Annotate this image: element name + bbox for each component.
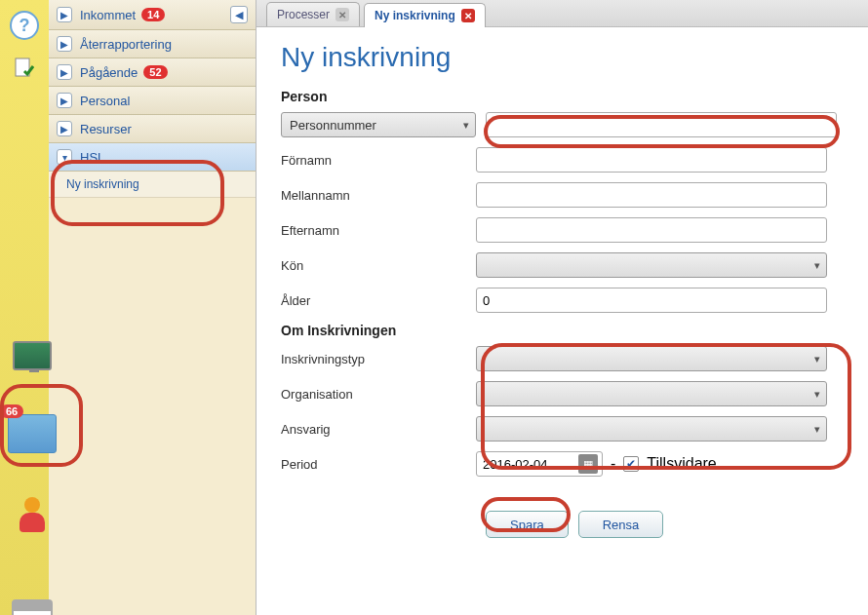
sidebar-item-resurser[interactable]: ▶ Resurser: [49, 115, 256, 143]
sidebar-item-pagaende[interactable]: ▶ Pågående 52: [49, 58, 256, 87]
ansvarig-select[interactable]: [476, 416, 827, 442]
sidebar-item-label: Resurser: [80, 122, 132, 136]
chevron-right-icon: ▶: [57, 36, 72, 52]
mellannamn-input[interactable]: [476, 182, 827, 208]
chevron-right-icon: ▶: [57, 93, 72, 108]
person-icon[interactable]: [18, 497, 47, 531]
folder-icon[interactable]: 66: [8, 414, 57, 453]
tab-processer[interactable]: Processer ✕: [266, 2, 360, 26]
label-period: Period: [281, 457, 476, 472]
kon-select[interactable]: [476, 252, 827, 278]
sidebar: ▶ Inkommet 14 ◀ ▶ Återrapportering ▶ Påg…: [49, 0, 256, 615]
sidebar-item-label: Inkommet: [80, 8, 136, 22]
calendar-picker-icon[interactable]: ▦: [578, 454, 598, 474]
sidebar-item-label: Pågående: [80, 65, 138, 80]
tillsvidare-checkbox[interactable]: ✔: [623, 456, 639, 472]
chevron-down-icon: ▾: [57, 149, 72, 165]
clear-button[interactable]: Rensa: [578, 511, 664, 538]
id-type-select[interactable]: Personnummer: [281, 112, 476, 137]
lower-icon-stack: 66 29: [8, 341, 57, 615]
section-inskrivning-heading: Om Inskrivningen: [281, 323, 844, 338]
tillsvidare-label: Tillsvidare: [647, 455, 716, 473]
document-check-icon[interactable]: [9, 53, 40, 84]
desktop-icon[interactable]: [13, 341, 52, 370]
help-icon[interactable]: ?: [9, 10, 40, 41]
sidebar-item-aterrapportering[interactable]: ▶ Återrapportering: [49, 30, 256, 58]
label-ansvarig: Ansvarig: [281, 422, 476, 437]
close-icon[interactable]: ✕: [461, 9, 475, 22]
chevron-right-icon: ▶: [57, 64, 72, 80]
label-fornamn: Förnamn: [281, 153, 476, 168]
organisation-select[interactable]: [476, 381, 827, 406]
sidebar-item-label: Återrapportering: [80, 37, 172, 52]
badge: 14: [141, 8, 165, 21]
fornamn-input[interactable]: [476, 147, 827, 173]
sidebar-item-label: Personal: [80, 94, 130, 108]
calendar-icon[interactable]: 29: [12, 599, 53, 615]
tab-label: Processer: [277, 8, 330, 21]
close-icon[interactable]: ✕: [335, 8, 349, 21]
period-separator: -: [611, 455, 615, 473]
label-organisation: Organisation: [281, 387, 476, 402]
sidebar-item-label: HSL: [80, 150, 104, 165]
period-start-date[interactable]: 2016-02-04 ▦: [476, 451, 603, 477]
id-number-input[interactable]: [486, 112, 837, 137]
folder-badge: 66: [0, 404, 23, 418]
efternamn-input[interactable]: [476, 217, 827, 243]
alder-input[interactable]: [476, 288, 827, 313]
chevron-right-icon: ▶: [57, 7, 72, 22]
label-kon: Kön: [281, 258, 476, 273]
main: Processer ✕ Ny inskrivning ✕ Ny inskrivn…: [256, 0, 868, 615]
sidebar-collapse-button[interactable]: ◀: [230, 6, 248, 23]
save-button[interactable]: Spara: [486, 511, 569, 538]
section-person-heading: Person: [281, 89, 844, 104]
sidebar-item-personal[interactable]: ▶ Personal: [49, 87, 256, 115]
label-mellannamn: Mellannamn: [281, 188, 476, 203]
label-alder: Ålder: [281, 293, 476, 308]
content: Ny inskrivning Person Personnummer Förna…: [256, 27, 868, 615]
tab-bar: Processer ✕ Ny inskrivning ✕: [256, 0, 868, 27]
tab-label: Ny inskrivning: [375, 9, 455, 22]
label-inskrivningstyp: Inskrivningstyp: [281, 352, 476, 366]
sidebar-item-inkommet[interactable]: ▶ Inkommet 14 ◀: [49, 0, 256, 30]
tab-ny-inskrivning[interactable]: Ny inskrivning ✕: [364, 3, 486, 27]
sidebar-subitem-ny-inskrivning[interactable]: Ny inskrivning: [49, 172, 256, 198]
inskrivningstyp-select[interactable]: [476, 346, 827, 371]
sidebar-item-hsl[interactable]: ▾ HSL: [49, 143, 256, 172]
chevron-right-icon: ▶: [57, 121, 72, 136]
badge: 52: [143, 65, 167, 79]
label-efternamn: Efternamn: [281, 223, 476, 238]
page-title: Ny inskrivning: [281, 42, 844, 73]
